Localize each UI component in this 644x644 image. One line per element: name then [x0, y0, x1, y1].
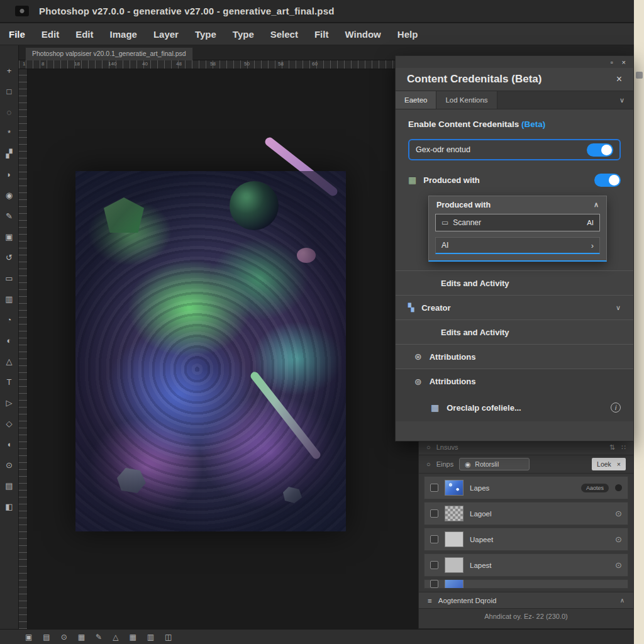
layer-checkbox[interactable]	[430, 561, 438, 569]
healing-brush-tool[interactable]: ◉	[3, 189, 16, 201]
close-icon[interactable]: ×	[622, 58, 626, 66]
menu-item-type[interactable]: Type	[195, 29, 216, 40]
magic-wand-tool[interactable]: *	[3, 126, 16, 139]
layers-filter-row: ○ Lnsuvs ⇅ ∷	[419, 440, 633, 455]
collapse-icon[interactable]: ∧	[620, 597, 625, 604]
menu-item-filter[interactable]: Filt	[314, 29, 329, 40]
screen-mode-tool[interactable]: ▤	[3, 479, 16, 492]
enable-credentials-toggle[interactable]	[587, 143, 613, 157]
edits-activity-row-1[interactable]: Edits and Activity	[396, 270, 633, 295]
menu-item-window[interactable]: Window	[345, 29, 380, 40]
layers-icon[interactable]: ▥	[147, 633, 154, 641]
brush-tool[interactable]: ✎	[3, 209, 16, 222]
layer-row[interactable]: Lagoel ⊙	[424, 502, 628, 525]
vertical-ruler[interactable]	[19, 69, 28, 629]
tool-strip: + □ ◌ * ▞ ◗ ◉ ✎ ▣ ↺ ▭ ▥ ◔ ◐ △ T ▷ ◇ ◖ ⊙ …	[0, 45, 19, 629]
menu-item-edit-2[interactable]: Edit	[75, 29, 93, 40]
layer-checkbox[interactable]	[430, 580, 438, 588]
move-tool[interactable]: +	[3, 64, 16, 77]
crop-tool[interactable]: ▞	[3, 147, 16, 160]
ruler-tick-label: 8	[42, 61, 44, 67]
dodge-tool[interactable]: ◐	[3, 334, 16, 347]
menu-item-image[interactable]: Image	[110, 29, 137, 40]
scanner-value: Scanner	[453, 218, 481, 227]
layer-row[interactable]: Lapest ⊙	[424, 553, 628, 577]
export-icon[interactable]: ▤	[43, 633, 50, 641]
layer-visibility-icon[interactable]: ⊙	[615, 509, 622, 518]
lock-button[interactable]: Loek ×	[592, 458, 626, 470]
hand-tool[interactable]: ◖	[3, 438, 16, 450]
edits-activity-row-2[interactable]: Edits and Activity	[396, 319, 633, 344]
info-icon[interactable]: i	[611, 402, 621, 413]
path-selection-tool[interactable]: ▷	[3, 396, 16, 409]
alert-icon[interactable]: △	[113, 633, 118, 641]
attributions-row-1[interactable]: ⊛ Attributions	[396, 344, 633, 369]
sort-icon[interactable]: ⇅	[609, 443, 615, 452]
produced-with-row: ▦ Produced with	[396, 170, 633, 189]
document-canvas[interactable]	[75, 171, 346, 531]
minimize-icon[interactable]: ▫	[611, 58, 613, 66]
pen-tool[interactable]: △	[3, 355, 16, 367]
layer-visibility-icon[interactable]: ⊙	[615, 535, 622, 544]
menu-item-type-2[interactable]: Type	[233, 29, 254, 40]
ruler-tick-label: 18	[74, 61, 80, 67]
shape-tool[interactable]: ◇	[3, 417, 16, 430]
menu-item-help[interactable]: Help	[397, 29, 418, 40]
layer-row[interactable]: Uapeet ⊙	[424, 528, 628, 551]
canvas-frame-icon[interactable]: ▣	[25, 633, 32, 641]
chevron-down-icon[interactable]: ∨	[611, 91, 633, 109]
document-tab[interactable]: Photoshop valpsiser v20.0.1_generatie_ar…	[25, 47, 193, 60]
ruler-tick-label: 50	[244, 61, 250, 67]
split-view-icon[interactable]: ◫	[165, 633, 172, 641]
tab-created[interactable]: Eaeteo	[396, 91, 436, 109]
clone-stamp-tool[interactable]: ▣	[3, 230, 16, 243]
marquee-tool[interactable]: □	[3, 85, 16, 97]
ai-badge: AI	[587, 219, 594, 226]
grid-handle-icon[interactable]: ∷	[621, 443, 626, 452]
tiles-icon[interactable]: ▦	[129, 633, 136, 641]
layer-row[interactable]: Lapes Aaotes	[424, 476, 628, 499]
zoom-tool[interactable]: ⊙	[3, 458, 16, 471]
menu-item-file[interactable]: File	[9, 29, 25, 40]
layer-checkbox[interactable]	[430, 535, 438, 543]
pencil-icon[interactable]: ✎	[96, 633, 102, 641]
layer-checkbox[interactable]	[430, 484, 438, 492]
history-brush-tool[interactable]: ↺	[3, 251, 16, 264]
blend-mode-select[interactable]: ◉ Rotorslil	[459, 458, 530, 470]
grid-icon[interactable]: ▦	[78, 633, 85, 641]
gradient-tool[interactable]: ▥	[3, 292, 16, 305]
artwork-sphere	[230, 181, 279, 230]
blur-tool[interactable]: ◔	[3, 313, 16, 326]
eraser-tool[interactable]: ▭	[3, 272, 16, 284]
enable-credentials-field[interactable]: Gex-odr enotud	[408, 139, 621, 160]
layer-checkbox[interactable]	[430, 509, 438, 518]
grid-icon: ▦	[408, 175, 416, 185]
creator-icon: ▚	[408, 303, 414, 312]
overlap-profile-row[interactable]: ▦ Oreclalp cofeliele... i	[396, 394, 633, 421]
menu-icon[interactable]: ≡	[428, 597, 432, 604]
eyedropper-tool[interactable]: ◗	[3, 168, 16, 180]
dropdown-header[interactable]: Produced with ∧	[429, 196, 606, 213]
panel-close-icon[interactable]: ×	[616, 74, 622, 85]
layer-row-partial[interactable]	[424, 579, 628, 589]
produced-with-toggle[interactable]	[594, 174, 621, 187]
menu-item-edit[interactable]: Edit	[42, 29, 59, 40]
attributions-row-2[interactable]: ⊚ Attributions	[396, 369, 633, 394]
scanner-input[interactable]: ▭ Scanner AI	[435, 214, 600, 231]
ai-option[interactable]: AI ›	[435, 237, 600, 254]
zoom-icon[interactable]: ⊙	[61, 633, 67, 641]
lock-close-icon[interactable]: ×	[617, 460, 621, 468]
tab-mentions[interactable]: Lod Kentions	[436, 91, 497, 109]
type-tool[interactable]: T	[3, 375, 16, 388]
artwork-gem	[104, 197, 144, 233]
creator-row[interactable]: ▚ Creator ∨	[396, 295, 633, 319]
layer-visibility-icon[interactable]: ⊙	[615, 560, 622, 570]
layer-indicator-dot	[615, 484, 622, 491]
artwork-blob	[297, 248, 316, 263]
edge-panel-icon[interactable]	[636, 72, 643, 79]
menu-item-select[interactable]: Select	[270, 29, 298, 40]
menu-item-layer[interactable]: Layer	[153, 29, 179, 40]
ruler-tick-label: 60	[312, 61, 318, 67]
quick-mask-tool[interactable]: ◧	[3, 500, 16, 513]
lasso-tool[interactable]: ◌	[3, 106, 16, 118]
